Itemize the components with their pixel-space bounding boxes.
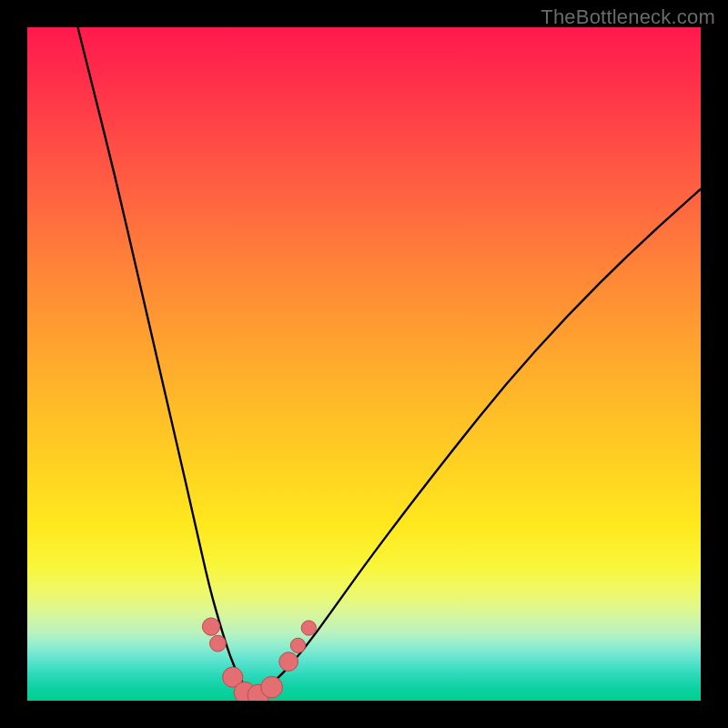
watermark-text: TheBottleneck.com [541,5,715,29]
highlight-dot [279,652,298,672]
highlight-dot [261,676,283,698]
highlight-dot [210,635,227,652]
bottleneck-curve-left [78,27,253,697]
highlight-dot [202,618,219,635]
highlight-dot [290,638,305,652]
highlight-dot [301,621,316,635]
bottleneck-curve-right [253,189,701,698]
curve-layer [27,27,701,701]
plot-frame [27,27,701,701]
highlight-dots [202,618,316,701]
